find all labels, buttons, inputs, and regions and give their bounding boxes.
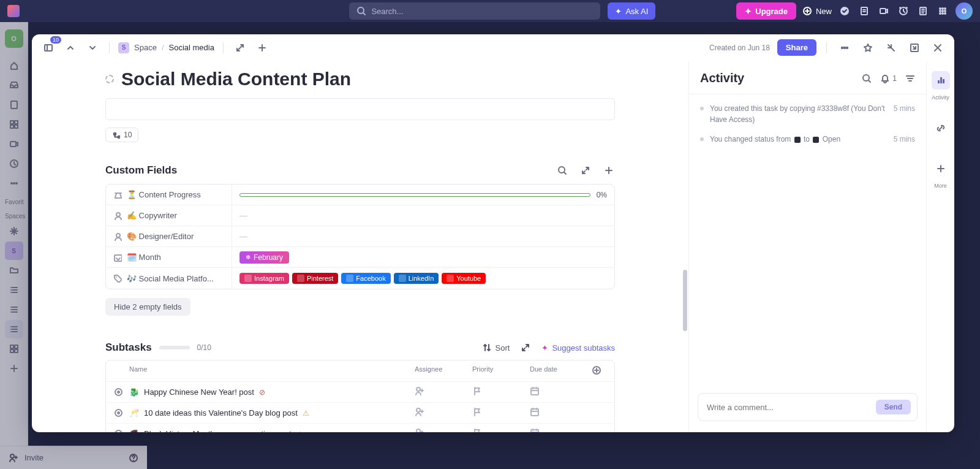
subtask-expand-icon[interactable]	[521, 343, 530, 353]
cf-search-icon[interactable]	[556, 164, 568, 177]
svg-rect-45	[531, 409, 538, 416]
sort-button[interactable]: Sort	[482, 343, 510, 353]
right-rail: Activity More	[926, 61, 954, 432]
bc-sep: /	[162, 43, 164, 52]
assignee-cell[interactable]	[415, 428, 472, 432]
status-dot[interactable]	[115, 409, 123, 417]
rail-activity-icon[interactable]	[932, 71, 950, 90]
comment-input[interactable]	[707, 403, 876, 412]
svg-point-14	[942, 13, 943, 14]
svg-point-33	[842, 47, 843, 48]
expand-icon[interactable]	[907, 40, 922, 56]
activity-time: 5 mins	[894, 134, 915, 145]
subtask-row[interactable]: ✊🏿Black History Month commemoration post…	[106, 424, 614, 432]
scrollbar-thumb[interactable]	[683, 270, 687, 331]
cf-add-icon[interactable]	[603, 164, 615, 177]
subtask-row[interactable]: 🐉Happy Chinese New Year! post⊘	[106, 382, 614, 403]
add-column-icon[interactable]	[587, 365, 606, 376]
activity-filter-icon[interactable]	[905, 74, 915, 83]
subtask-row[interactable]: 🥂10 date ideas this Valentine's Day blog…	[106, 403, 614, 424]
share-button[interactable]: Share	[777, 39, 816, 56]
cf-platforms-label: 🎶 Social Media Platfo...	[127, 274, 214, 283]
app-logo[interactable]	[7, 5, 20, 17]
priority-cell[interactable]	[472, 407, 530, 419]
progress-bar	[239, 193, 590, 197]
cf-copywriter-value[interactable]: —	[232, 205, 614, 226]
assignee-cell[interactable]	[415, 407, 472, 419]
bc-space[interactable]: Space	[134, 43, 157, 52]
notepad-icon[interactable]	[858, 4, 871, 18]
cf-designer-value[interactable]: —	[232, 226, 614, 246]
cf-progress-value[interactable]: 0%	[232, 185, 614, 205]
check-circle-icon[interactable]	[838, 4, 851, 18]
priority-cell[interactable]	[472, 386, 530, 398]
upgrade-button[interactable]: ✦ Upgrade	[736, 2, 796, 20]
subtask-progress-pill	[159, 346, 190, 349]
duedate-cell[interactable]	[530, 386, 587, 398]
global-search[interactable]: Search...	[349, 2, 600, 20]
activity-search-icon[interactable]	[862, 74, 872, 83]
cf-expand-icon[interactable]	[579, 164, 592, 177]
duedate-cell[interactable]	[530, 428, 587, 432]
send-button[interactable]: Send	[876, 400, 911, 414]
user-avatar[interactable]: O	[956, 2, 973, 20]
star-icon[interactable]	[860, 40, 876, 56]
rail-link-icon[interactable]	[932, 119, 950, 137]
svg-point-10	[940, 10, 941, 12]
minimize-icon[interactable]	[883, 40, 899, 56]
svg-point-35	[846, 47, 848, 48]
cf-platforms-value[interactable]: Instagram Pinterest Facebook LinkedIn Yo…	[232, 268, 614, 289]
tag-icon	[113, 274, 122, 283]
new-button[interactable]: New	[802, 6, 832, 16]
assignee-cell[interactable]	[415, 386, 472, 398]
subtask-count-badge[interactable]: 10	[105, 128, 138, 142]
apps-grid-icon[interactable]	[936, 4, 949, 18]
priority-cell[interactable]	[472, 428, 530, 432]
duedate-cell[interactable]	[530, 407, 587, 419]
platform-tag-pinterest: Pinterest	[292, 273, 338, 284]
upgrade-label: Upgrade	[755, 7, 788, 16]
move-icon[interactable]	[232, 40, 248, 56]
space-badge[interactable]: S	[118, 42, 129, 53]
subtasks-table: Name Assignee Priority Due date 🐉Happy C…	[105, 360, 615, 432]
task-status-circle[interactable]	[105, 75, 114, 83]
chevron-down-icon[interactable]	[85, 40, 100, 56]
more-options-icon[interactable]	[837, 40, 853, 56]
person-icon	[113, 212, 122, 220]
cf-row-designer: 🎨 Designer/Editor —	[106, 226, 614, 247]
record-icon[interactable]	[877, 4, 891, 18]
diamond-icon: ✦	[745, 7, 752, 16]
status-dot[interactable]	[115, 430, 123, 432]
suggest-subtasks-button[interactable]: ✦Suggest subtasks	[541, 343, 615, 353]
status-dot[interactable]	[115, 388, 123, 396]
cf-row-progress: ⏳ Content Progress 0%	[106, 185, 614, 205]
svg-point-13	[940, 13, 941, 14]
ask-ai-button[interactable]: ✦ Ask AI	[608, 2, 655, 20]
activity-text: You changed status from to Open	[710, 134, 888, 145]
task-description-box[interactable]	[105, 98, 615, 120]
warning-icon: ⚠	[296, 430, 303, 433]
activity-item: You changed status from to Open 5 mins	[700, 134, 915, 145]
close-icon[interactable]	[930, 40, 946, 56]
docs-icon[interactable]	[916, 4, 930, 18]
task-title[interactable]: Social Media Content Plan	[121, 69, 351, 90]
rail-add-icon[interactable]	[932, 159, 950, 178]
cf-copywriter-label: ✍️ Copywriter	[127, 211, 177, 220]
svg-rect-43	[531, 388, 538, 395]
hide-empty-fields-button[interactable]: Hide 2 empty fields	[105, 298, 190, 316]
plus-circle-icon	[802, 6, 812, 16]
chevron-up-icon[interactable]	[62, 40, 78, 56]
cf-row-month: 🗓️ Month February	[106, 247, 614, 268]
add-icon[interactable]	[254, 40, 270, 56]
sidebar-toggle-icon[interactable]	[40, 40, 56, 56]
platform-tag-instagram: Instagram	[239, 273, 289, 284]
created-date: Created on Jun 18	[709, 44, 770, 52]
svg-point-12	[944, 10, 946, 12]
svg-point-9	[944, 8, 946, 9]
reminder-icon[interactable]	[897, 4, 910, 18]
svg-point-11	[942, 10, 943, 12]
activity-notif-icon[interactable]: 1	[880, 74, 897, 83]
cf-month-value[interactable]: February	[232, 247, 614, 267]
svg-point-7	[940, 8, 941, 9]
bc-location[interactable]: Social media	[169, 43, 214, 52]
